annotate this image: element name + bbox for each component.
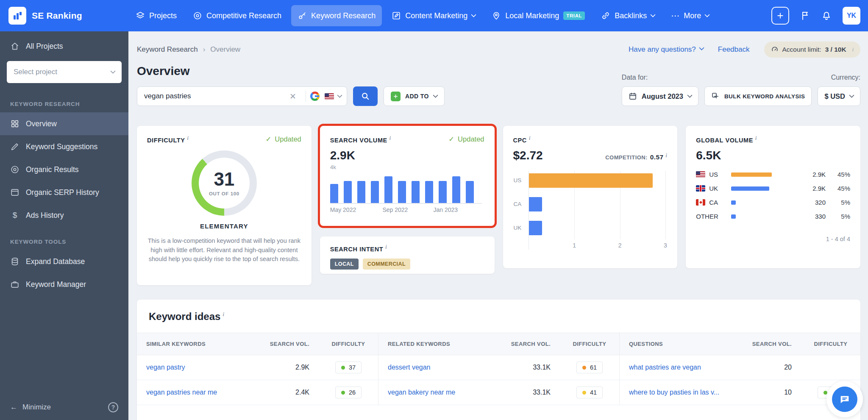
keyword-ideas-title: Keyword ideasi — [137, 311, 860, 323]
volume-cell: 2.9K — [259, 355, 319, 380]
nav-projects[interactable]: Projects — [129, 5, 183, 26]
keyword-link[interactable]: dessert vegan — [388, 364, 431, 371]
chevron-down-icon — [849, 92, 854, 98]
breadcrumb-overview: Overview — [210, 45, 240, 54]
country-code: US — [709, 171, 731, 178]
feedback-link[interactable]: Feedback — [718, 45, 750, 54]
avatar[interactable]: YK — [843, 7, 860, 25]
chevron-down-icon — [110, 68, 116, 74]
search-button[interactable] — [353, 86, 378, 106]
sidebar-item-expand-database[interactable]: Expand Database — [0, 250, 128, 273]
help-button[interactable]: ? — [108, 402, 118, 412]
cpc-bar — [529, 221, 542, 235]
breadcrumb-keyword-research[interactable]: Keyword Research — [137, 45, 198, 54]
table-row: where to buy pasties in las v... — [619, 380, 742, 405]
competition-value: 0.57 — [650, 153, 664, 161]
info-icon: i — [755, 135, 757, 141]
volume-bar — [384, 176, 392, 203]
column-header: QUESTIONS — [619, 333, 742, 355]
keyword-link[interactable]: what pastries are vegan — [629, 364, 701, 371]
create-new-button[interactable] — [771, 7, 789, 25]
flag-button[interactable] — [800, 11, 810, 21]
add-to-button[interactable]: ADD TO — [384, 86, 445, 106]
have-questions-dropdown[interactable]: Have any questions? — [629, 45, 704, 54]
sidebar-item-organic-results[interactable]: Organic Results — [0, 158, 128, 181]
target-icon — [10, 165, 19, 174]
volume-bar — [731, 214, 736, 219]
difficulty-card: DIFFICULTYi ✓ Updated 31 OUT OF 100 ELEM… — [137, 126, 312, 285]
difficulty-cell: 37 — [319, 355, 378, 380]
keyword-link[interactable]: where to buy pasties in las v... — [629, 389, 719, 396]
toolbar-left: Overview ✕ — [137, 64, 445, 106]
volume-bar — [357, 181, 365, 203]
sidebar-item-label: All Projects — [26, 42, 63, 51]
info-icon: i — [187, 135, 189, 141]
minimize-sidebar-button[interactable]: ← Minimize — [10, 403, 51, 412]
nav-label: Content Marketing — [405, 11, 467, 20]
nav-backlinks[interactable]: Backlinks — [595, 5, 661, 26]
keyword-link[interactable]: vegan pastries near me — [146, 389, 217, 396]
nav-right: YK — [771, 7, 860, 25]
difficulty-level: ELEMENTARY — [147, 223, 301, 230]
add-to-label: ADD TO — [405, 93, 429, 100]
column-header: DIFFICULTY — [801, 333, 860, 355]
search-volume-title: SEARCH VOLUMEi — [330, 135, 391, 144]
date-value: August 2023 — [642, 92, 683, 100]
select-project-placeholder: Select project — [14, 68, 57, 76]
nav-content-marketing[interactable]: Content Marketing — [385, 5, 482, 26]
updated-status: ✓ Updated — [266, 135, 301, 143]
toolbar: Overview ✕ — [137, 64, 860, 106]
difficulty-badge: 41 — [576, 387, 603, 398]
flag-icon — [800, 11, 810, 21]
country-label: CA — [514, 201, 526, 207]
pencil-icon — [10, 142, 19, 151]
brand[interactable]: SE Ranking — [8, 7, 129, 25]
keyword-link[interactable]: vegan bakery near me — [388, 389, 455, 396]
nav-competitive-research[interactable]: Competitive Research — [186, 5, 288, 26]
main-nav: Projects Competitive Research Keyword Re… — [129, 5, 715, 26]
volume-bar — [330, 184, 338, 203]
info-icon: i — [223, 312, 224, 317]
search-region-dropdown[interactable] — [325, 93, 342, 100]
notifications-button[interactable] — [821, 11, 832, 21]
gauge-icon — [771, 46, 779, 53]
volume-percent: 45% — [826, 185, 850, 192]
sidebar-item-keyword-manager[interactable]: Keyword Manager — [0, 273, 128, 296]
x-tick: 2 — [618, 242, 622, 249]
nav-more[interactable]: ⋯ More — [665, 6, 715, 26]
chat-button[interactable] — [832, 387, 857, 412]
database-icon — [10, 257, 19, 266]
difficulty-badge: 26 — [335, 387, 362, 398]
sidebar-item-overview[interactable]: Overview — [0, 112, 128, 135]
sidebar-item-organic-serp-history[interactable]: Organic SERP History — [0, 181, 128, 204]
link-icon — [601, 11, 610, 20]
intent-badge-local: LOCAL — [330, 259, 359, 270]
sidebar-item-ads-history[interactable]: $ Ads History — [0, 204, 128, 227]
difficulty-dot — [582, 391, 586, 395]
chat-bubble-icon — [839, 393, 851, 405]
table-row: vegan bakery near me — [378, 380, 501, 405]
clear-search-icon[interactable]: ✕ — [284, 92, 301, 101]
sidebar-item-all-projects[interactable]: All Projects — [0, 35, 128, 58]
cpc-bar — [529, 197, 542, 211]
nav-keyword-research[interactable]: Keyword Research — [291, 5, 382, 26]
search-volume-chart: 4k May 2022 Sep 2022 Jan 2023 — [330, 164, 484, 214]
column-header: SIMILAR KEYWORDS — [137, 333, 259, 355]
chevron-down-icon — [337, 92, 342, 98]
date-dropdown[interactable]: August 2023 — [622, 86, 698, 106]
difficulty-cell: 61 — [560, 355, 619, 380]
nav-local-marketing[interactable]: Local Marketing TRIAL — [485, 5, 591, 26]
country-label: US — [514, 177, 526, 184]
dollar-icon: $ — [10, 211, 19, 220]
bulk-keyword-analysis-button[interactable]: BULK KEYWORD ANALYSIS — [704, 86, 812, 106]
select-project-dropdown[interactable]: Select project — [7, 61, 122, 83]
info-icon: i — [529, 135, 531, 141]
account-limit-badge: Account limit: 3 / 10K i — [764, 42, 861, 58]
questions-label: Have any questions? — [629, 45, 696, 54]
keyword-search-input[interactable] — [144, 92, 284, 100]
search-volume-card: SEARCH VOLUMEi ✓ Updated 2.9K 4k May 202… — [320, 126, 495, 226]
currency-dropdown[interactable]: $ USD — [818, 86, 860, 106]
data-for-label: Data for: — [622, 74, 648, 81]
keyword-link[interactable]: vegan pastry — [146, 364, 185, 371]
sidebar-item-keyword-suggestions[interactable]: Keyword Suggestions — [0, 135, 128, 158]
